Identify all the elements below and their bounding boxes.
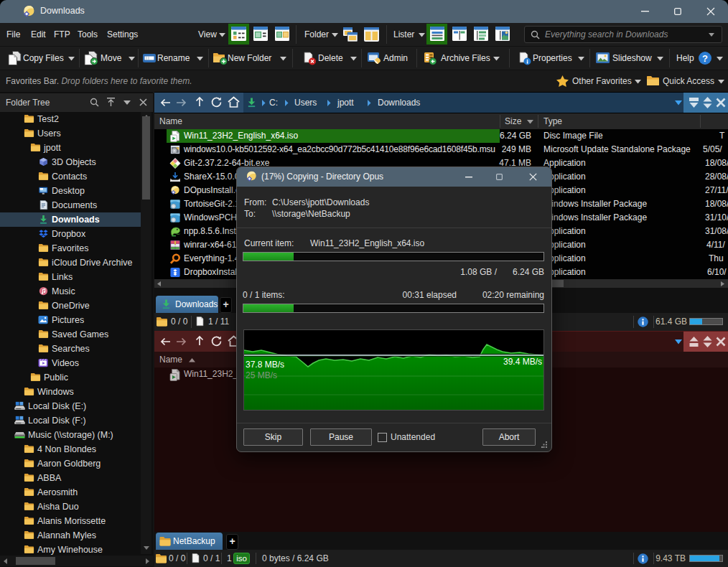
svg-text:?: ?	[702, 53, 708, 64]
